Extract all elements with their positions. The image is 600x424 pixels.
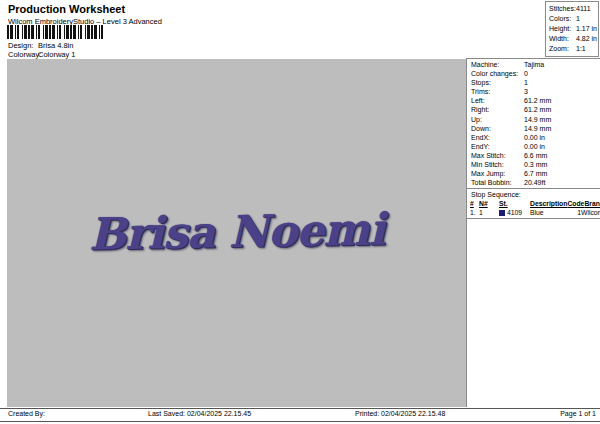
stats-value: 1	[576, 14, 580, 24]
machine-value: 14.9 mm	[524, 115, 551, 124]
machine-row: Max Stitch:6.6 mm	[471, 151, 598, 160]
machine-value: 14.9 mm	[524, 124, 551, 133]
stop-col-header: Brand	[584, 199, 600, 208]
machine-label: EndY:	[471, 142, 524, 151]
stop-col-header: Description	[530, 199, 567, 208]
stop-code: 1	[565, 208, 581, 217]
stats-row: Height:1.17 in	[549, 24, 598, 34]
stop-brand: Wilcom	[581, 208, 600, 217]
machine-info-panel: Machine:TajimaColor changes:0Stops:1Trim…	[466, 58, 600, 407]
stop-table-header: #N#St.DescriptionCodeBrand	[467, 199, 600, 208]
stats-label: Zoom:	[549, 44, 576, 54]
machine-label: Max Stitch:	[471, 151, 524, 160]
stop-table-rows: 1.14109Blue1Wilcom	[467, 208, 600, 217]
machine-row: Down:14.9 mm	[471, 124, 598, 133]
footer: Created By: Last Saved: 02/04/2025 22.15…	[0, 410, 600, 421]
stop-col-header: #	[470, 199, 479, 208]
stats-value: 4.82 in	[576, 34, 597, 44]
footer-created-by: Created By:	[8, 410, 45, 417]
stats-label: Width:	[549, 34, 576, 44]
design-row: Design:Brisa 4.8in	[8, 41, 73, 50]
stats-row: Stitches:4111	[549, 4, 598, 14]
machine-value: 6.7 mm	[524, 169, 547, 178]
machine-label: Total Bobbin:	[471, 178, 524, 187]
stop-num: 1.	[470, 208, 479, 217]
machine-value: 0.3 mm	[524, 160, 547, 169]
machine-value: 6.6 mm	[524, 151, 547, 160]
stats-box: Stitches:4111Colors:1Height:1.17 inWidth…	[545, 1, 599, 57]
colorway-row: Colorway:Colorway 1	[8, 50, 76, 59]
machine-value: Tajima	[524, 60, 544, 69]
machine-label: Machine:	[471, 60, 524, 69]
thread-color-chip	[499, 210, 505, 216]
stop-stitch-cell: 4109	[499, 208, 530, 217]
stop-row: 1.14109Blue1Wilcom	[467, 208, 600, 217]
stop-description: Blue	[530, 208, 565, 217]
design-canvas: Brisa Noemi	[7, 59, 466, 407]
stats-row: Zoom:1:1	[549, 44, 598, 54]
machine-row: EndY:0.00 in	[471, 142, 598, 151]
stop-sequence-title: Stop Sequence:	[467, 189, 600, 199]
machine-row: Trims:3	[471, 87, 598, 96]
machine-row: Left:61.2 mm	[471, 96, 598, 105]
colorway-label: Colorway:	[8, 50, 38, 59]
machine-row: Max Jump:6.7 mm	[471, 169, 598, 178]
machine-label: EndX:	[471, 133, 524, 142]
page-title: Production Worksheet	[8, 3, 125, 15]
machine-value: 3	[524, 87, 528, 96]
stop-needle: 1	[479, 208, 499, 217]
machine-label: Left:	[471, 96, 524, 105]
stats-row: Width:4.82 in	[549, 34, 598, 44]
machine-row: Total Bobbin:20.49ft	[471, 178, 598, 187]
stats-label: Height:	[549, 24, 576, 34]
machine-row: Color changes:0	[471, 69, 598, 78]
stop-sequence-table: #N#St.DescriptionCodeBrand 1.14109Blue1W…	[467, 199, 600, 217]
machine-value: 0.00 in	[524, 133, 545, 142]
machine-row: Machine:Tajima	[471, 60, 598, 69]
machine-value: 0	[524, 69, 528, 78]
stop-col-header: Code	[567, 199, 584, 208]
colorway-value: Colorway 1	[38, 50, 76, 59]
machine-row: Up:14.9 mm	[471, 115, 598, 124]
machine-value: 0.00 in	[524, 142, 545, 151]
stats-value: 1:1	[576, 44, 586, 54]
machine-label: Color changes:	[471, 69, 524, 78]
stats-label: Colors:	[549, 14, 576, 24]
footer-page-number: Page 1 of 1	[560, 410, 596, 417]
footer-printed: Printed: 02/04/2025 22.15.48	[355, 410, 445, 417]
machine-value: 1	[524, 78, 528, 87]
production-worksheet-page: Production Worksheet Wilcom EmbroiderySt…	[0, 0, 600, 424]
stats-row: Colors:1	[549, 14, 598, 24]
machine-value: 61.2 mm	[524, 105, 551, 114]
barcode-icon	[7, 25, 105, 39]
stats-value: 1.17 in	[576, 24, 597, 34]
embroidery-design-text: Brisa Noemi	[88, 203, 384, 263]
stats-value: 4111	[576, 4, 591, 14]
machine-label: Max Jump:	[471, 169, 524, 178]
stats-label: Stitches:	[549, 4, 576, 14]
footer-top-rule	[0, 408, 600, 409]
machine-label: Trims:	[471, 87, 524, 96]
machine-rows: Machine:TajimaColor changes:0Stops:1Trim…	[467, 59, 600, 187]
machine-value: 61.2 mm	[524, 96, 551, 105]
machine-label: Right:	[471, 105, 524, 114]
design-value: Brisa 4.8in	[38, 41, 73, 50]
stop-col-header: St.	[499, 199, 530, 208]
stop-stitch-count: 4109	[507, 208, 522, 217]
machine-row: Stops:1	[471, 78, 598, 87]
stop-table-bottom-line	[467, 218, 600, 219]
design-label: Design:	[8, 41, 38, 50]
machine-label: Up:	[471, 115, 524, 124]
machine-row: Right:61.2 mm	[471, 105, 598, 114]
machine-label: Down:	[471, 124, 524, 133]
footer-last-saved: Last Saved: 02/04/2025 22.15.45	[148, 410, 251, 417]
machine-label: Stops:	[471, 78, 524, 87]
stop-col-header: N#	[479, 199, 499, 208]
machine-row: Min Stitch:0.3 mm	[471, 160, 598, 169]
machine-value: 20.49ft	[524, 178, 545, 187]
machine-label: Min Stitch:	[471, 160, 524, 169]
footer-bottom-rule	[0, 421, 600, 422]
machine-row: EndX:0.00 in	[471, 133, 598, 142]
